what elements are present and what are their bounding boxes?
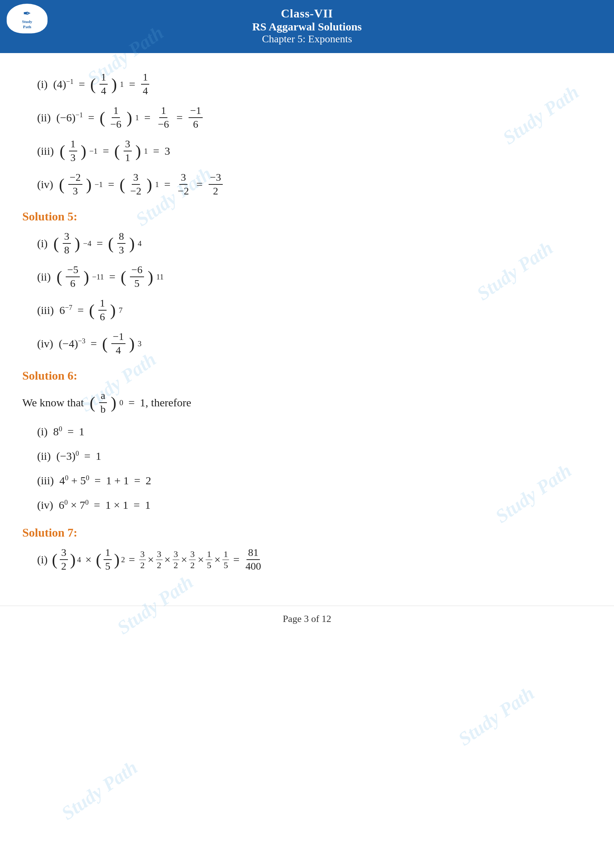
sol4-item-iv: (iv) ( −2 3 ) −1 = ( 3 −2 ) 1 = 3 −2 = −…	[37, 171, 592, 198]
page-header: ✒ StudyPath Class-VII RS Aggarwal Soluti…	[0, 0, 614, 53]
sol5-item-ii: (ii) ( −5 6 ) −11 = ( −6 5 ) 11	[37, 264, 592, 290]
logo-text: StudyPath	[22, 19, 32, 29]
page-number: Page 3 of 12	[283, 614, 332, 624]
sol6-item-i: (i) 80 = 1	[37, 423, 592, 440]
content-area: (i) (4)−1 = ( 1 4 ) 1 = 1 4 (ii) (−6)−1 …	[0, 53, 614, 595]
header-subtitle: RS Aggarwal Solutions	[4, 20, 610, 33]
solution5-heading: Solution 5:	[22, 210, 592, 223]
sol4-item-ii: (ii) (−6)−1 = ( 1 −6 ) 1 = 1 −6 = −1 6	[37, 104, 592, 131]
solution7-heading: Solution 7:	[22, 526, 592, 539]
watermark: Study Path	[454, 682, 538, 750]
sol6-item-iv: (iv) 60 × 70 = 1 × 1 = 1	[37, 496, 592, 514]
sol5-item-iii: (iii) 6−7 = ( 1 6 ) 7	[37, 297, 592, 324]
sol7-item-i: (i) ( 3 2 ) 4 × ( 1 5 ) 2 = 3 2 × 3 2 × …	[37, 546, 592, 573]
page-footer: Page 3 of 12	[0, 606, 614, 628]
sol4-item-iii: (iii) ( 1 3 ) −1 = ( 3 1 ) 1 = 3	[37, 138, 592, 164]
header-chapter: Chapter 5: Exponents	[4, 33, 610, 45]
sol5-item-iv: (iv) (−4)−3 = ( −1 4 ) 3	[37, 330, 592, 357]
logo-icon: ✒	[23, 8, 31, 19]
header-title: Class-VII	[4, 7, 610, 20]
sol6-item-ii: (ii) (−3)0 = 1	[37, 447, 592, 465]
watermark: Study Path	[57, 756, 141, 824]
sol6-intro: We know that ( a b ) 0 = 1, therefore	[22, 389, 592, 416]
solution6-heading: Solution 6:	[22, 369, 592, 383]
sol6-item-iii: (iii) 40 + 50 = 1 + 1 = 2	[37, 472, 592, 490]
sol5-item-i: (i) ( 3 8 ) −4 = ( 8 3 ) 4	[37, 230, 592, 257]
sol4-item-i: (i) (4)−1 = ( 1 4 ) 1 = 1 4	[37, 71, 592, 98]
logo: ✒ StudyPath	[7, 4, 48, 33]
